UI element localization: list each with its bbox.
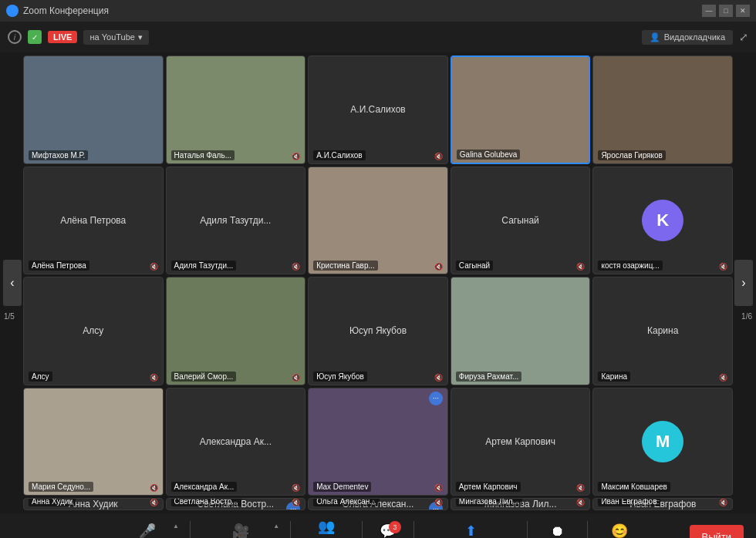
video-cell[interactable]: Светлана Востр...···Светлана Востр...🔇 [166, 498, 306, 510]
video-cell[interactable]: Kкостя озаржиц...🔇 [592, 166, 733, 275]
chat-badge: 3 [389, 521, 401, 533]
video-cell[interactable]: СагынайСагынай🔇 [451, 166, 591, 275]
video-cell[interactable]: Адиля Тазутди...Адиля Тазутди...🔇 [166, 166, 306, 275]
mic-icon: 🎤 [139, 523, 156, 538]
video-cell[interactable]: ···Max Dementev🔇 [308, 388, 448, 496]
muted-icon: 🔇 [719, 374, 727, 382]
muted-icon: 🔇 [150, 263, 158, 271]
video-caret: ▲ [273, 523, 279, 530]
exit-button[interactable]: Выйти [690, 525, 744, 539]
info-icon[interactable]: i [8, 30, 22, 44]
youtube-label: на YouTube [89, 32, 134, 42]
top-toolbar: i ✓ LIVE на YouTube ▾ 👤 Виддокладчика ⤢ [0, 22, 756, 52]
video-cell[interactable]: Иван ЕвграфовИван Евграфов🔇 [592, 498, 733, 510]
video-cell[interactable]: Александра Ак...Александра Ак...🔇 [166, 388, 306, 496]
share-screen-button[interactable]: ⬆ Демонстрация экрана [417, 520, 524, 538]
reactions-button[interactable]: 😊 Реакции [591, 520, 649, 538]
app-title-text: Zoom Конференция [23, 5, 109, 16]
shield-icon: ✓ [28, 30, 42, 44]
app-title: Zoom Конференция [6, 5, 109, 17]
live-badge: LIVE [48, 31, 77, 43]
participant-name-label: А.И.Салихов [313, 150, 366, 160]
video-cell[interactable]: Анна ХудикАнна Худик🔇 [23, 498, 164, 510]
participant-name-label: Мингазова Лил... [456, 498, 522, 506]
video-cell[interactable]: Валерий Смор...🔇 [166, 277, 306, 385]
muted-icon: 🔇 [434, 484, 443, 492]
muted-icon: 🔇 [434, 374, 443, 382]
record-button[interactable]: ⏺ Запись [531, 520, 584, 539]
participants-button[interactable]: 👥 Участники 130 [294, 515, 359, 539]
reactions-icon: 😊 [611, 523, 628, 538]
participant-name-label: Фируза Рахмат... [456, 372, 522, 382]
participant-name-label: Galina Golubeva [457, 150, 521, 160]
video-cell[interactable]: Мария Седуно...🔇 [23, 388, 164, 496]
maximize-button[interactable]: □ [719, 5, 733, 17]
participant-name-label: Мифтахов М.Р. [29, 150, 88, 160]
participant-name-center: А.И.Салихов [347, 104, 408, 115]
video-cell[interactable]: Кристина Гавр...🔇 [308, 166, 448, 275]
muted-icon: 🔇 [292, 153, 300, 160]
sep-2 [290, 521, 291, 538]
muted-icon: 🔇 [434, 153, 443, 160]
video-grid: Мифтахов М.Р.Наталья Фаль...🔇А.И.Салихов… [23, 55, 733, 510]
participant-name-label: Максим Ковшарев [598, 482, 670, 492]
youtube-button[interactable]: на YouTube ▾ [83, 30, 148, 45]
video-button[interactable]: 🎥 ▲ Остановить видео [194, 520, 287, 538]
sep-5 [527, 521, 528, 538]
video-cell[interactable]: MМаксим Ковшарев [592, 388, 733, 496]
muted-icon: 🔇 [434, 263, 443, 271]
participant-name-label: Иван Евграфов [598, 498, 660, 506]
muted-icon: 🔇 [719, 499, 727, 506]
close-button[interactable]: ✕ [736, 5, 750, 17]
chat-button[interactable]: 💬 3 Чат [366, 520, 410, 538]
participant-name-label: костя озаржиц... [598, 261, 662, 271]
participant-name-label: Кристина Гавр... [313, 261, 378, 271]
muted-icon: 🔇 [150, 499, 158, 506]
muted-icon: 🔇 [576, 499, 585, 506]
video-cell[interactable]: Мифтахов М.Р. [23, 55, 164, 164]
left-page-indicator: 1/5 [4, 312, 15, 321]
title-bar: Zoom Конференция — □ ✕ [0, 0, 756, 22]
sep-1 [190, 521, 191, 538]
presenter-label: Виддокладчика [664, 32, 725, 42]
right-page-indicator: 1/6 [741, 312, 752, 321]
mic-button[interactable]: 🎤 ▲ Включить звук [107, 520, 187, 538]
next-page-arrow[interactable]: › [734, 260, 753, 306]
participants-icon: 👥 [318, 518, 335, 535]
participant-name-label: Артем Карпович [456, 482, 521, 492]
video-cell[interactable]: АлсуАлсу🔇 [23, 277, 164, 385]
muted-icon: 🔇 [292, 484, 300, 492]
toolbar-left: i ✓ LIVE на YouTube ▾ [8, 30, 149, 45]
video-cell[interactable]: Мингазова Лил...Мингазова Лил...🔇 [451, 498, 591, 510]
video-cell[interactable]: КаринаКарина🔇 [592, 277, 733, 385]
participant-name-center: Юсуп Якубов [346, 325, 410, 336]
more-options-button[interactable]: ··· [429, 392, 443, 405]
participant-name-center: Адиля Тазутди... [197, 215, 274, 226]
presenter-view-button[interactable]: 👤 Виддокладчика [642, 30, 733, 45]
participant-name-label: Валерий Смор... [171, 372, 237, 382]
muted-icon: 🔇 [576, 263, 585, 271]
video-cell[interactable]: Galina Golubeva [451, 55, 591, 164]
video-cell[interactable]: А.И.СалиховА.И.Салихов🔇 [308, 55, 448, 164]
record-icon: ⏺ [551, 523, 565, 539]
participant-name-label: Адиля Тазутди... [171, 261, 237, 271]
participant-name-center: Алсу [79, 325, 106, 336]
minimize-button[interactable]: — [702, 5, 716, 17]
video-cell[interactable]: Фируза Рахмат... [451, 277, 591, 385]
video-cell[interactable]: Артем КарповичАртем Карпович🔇 [451, 388, 591, 496]
video-cell[interactable]: Ярослав Гиряков [592, 55, 733, 164]
sep-6 [587, 521, 588, 538]
participant-name-center: Алёна Петрова [57, 215, 129, 226]
video-cell[interactable]: Алёна ПетроваАлёна Петрова🔇 [23, 166, 164, 275]
prev-page-arrow[interactable]: ‹ [3, 260, 22, 306]
video-cell[interactable]: Наталья Фаль...🔇 [166, 55, 306, 164]
window-controls[interactable]: — □ ✕ [702, 5, 750, 17]
presenter-icon: 👤 [650, 32, 660, 42]
participant-name-center: Артем Карпович [482, 436, 559, 447]
video-cell[interactable]: Юсуп ЯкубовЮсуп Якубов🔇 [308, 277, 448, 385]
fullscreen-button[interactable]: ⤢ [739, 31, 748, 43]
video-cell[interactable]: Ольга Алексан...···Ольга Алексан...🔇 [308, 498, 448, 510]
participant-name-label: Max Dementev [313, 482, 371, 492]
sep-4 [413, 521, 414, 538]
participant-name-label: Светлана Востр... [171, 498, 241, 506]
